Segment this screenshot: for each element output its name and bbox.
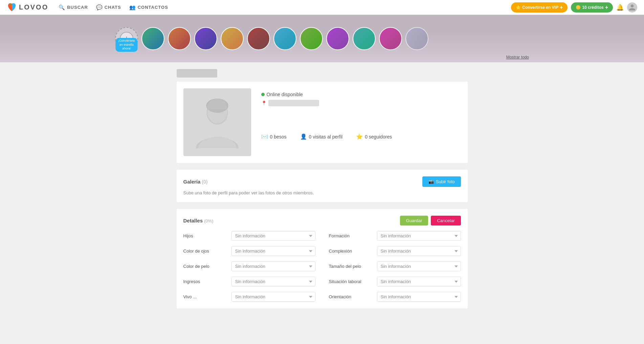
online-status: Online disponible: [261, 92, 461, 97]
orientacion-label: Orientación: [329, 294, 373, 299]
lovoo-logo: [7, 2, 17, 13]
nav-buscar[interactable]: 🔍 BUSCAR: [59, 4, 88, 10]
profile-info: Online disponible 📍 ██████ ██████ ✉️ 0 b…: [261, 88, 461, 140]
profile-username: Usuari...: [177, 69, 217, 78]
credits-plus: +: [605, 4, 608, 10]
vip-star-icon: ⭐: [516, 5, 521, 10]
gallery-header: Galería (0) 📷 Subir foto: [183, 176, 461, 187]
complexion-select[interactable]: Sin información: [377, 246, 461, 256]
hijos-label: Hijos: [183, 233, 227, 238]
avatar-silhouette-icon: [628, 4, 636, 11]
gallery-title: Galería: [183, 179, 201, 185]
story-item[interactable]: [326, 27, 349, 50]
navbar: LOVOO 🔍 BUSCAR 💬 CHATS 👥 CONTACTOS ⭐ Con…: [0, 0, 644, 15]
visit-icon: 👤: [300, 133, 307, 140]
vivo-label: Vivo ...: [183, 294, 227, 299]
user-avatar[interactable]: [627, 2, 637, 13]
stat-seguidores-value: 0 seguidores: [365, 134, 392, 139]
gallery-section: Galería (0) 📷 Subir foto Sube una foto d…: [177, 170, 468, 202]
guardar-button[interactable]: Guardar: [400, 216, 428, 225]
orientacion-select[interactable]: Sin información: [377, 292, 461, 302]
brand[interactable]: LOVOO: [7, 2, 48, 13]
color-pelo-label: Color de pelo: [183, 264, 227, 269]
vip-button[interactable]: ⭐ Convertirse en VIP +: [511, 2, 568, 13]
nav-chats[interactable]: 💬 CHATS: [96, 4, 121, 10]
detail-ingresos: Ingresos Sin información: [183, 277, 315, 286]
details-actions: Guardar Cancelar: [400, 216, 461, 225]
formacion-label: Formación: [329, 233, 373, 238]
hijos-select[interactable]: Sin información: [231, 231, 315, 241]
detail-color-pelo: Color de pelo Sin información: [183, 261, 315, 271]
tamano-pelo-label: Tamaño del pelo: [329, 264, 373, 269]
situacion-laboral-select[interactable]: Sin información: [377, 277, 461, 286]
ingresos-label: Ingresos: [183, 279, 227, 284]
chat-icon: 💬: [96, 4, 103, 10]
detail-tamano-pelo: Tamaño del pelo Sin información: [329, 261, 461, 271]
stat-visitas: 👤 0 visitas al perfil: [300, 133, 343, 140]
svg-point-0: [9, 3, 12, 5]
cancelar-button[interactable]: Cancelar: [431, 216, 461, 225]
story-item[interactable]: [221, 27, 244, 50]
story-item[interactable]: [379, 27, 402, 50]
tamano-pelo-select[interactable]: Sin información: [377, 261, 461, 271]
credits-button[interactable]: 🪙 10 créditos +: [571, 2, 613, 13]
story-item[interactable]: [141, 27, 164, 50]
color-ojos-select[interactable]: Sin información: [231, 246, 315, 256]
story-item[interactable]: [353, 27, 376, 50]
details-section: Detalles (0%) Guardar Cancelar Hijos Sin…: [177, 209, 468, 308]
story-item[interactable]: [405, 27, 428, 50]
details-header: Detalles (0%) Guardar Cancelar: [183, 216, 461, 225]
location-pin-icon: 📍: [261, 101, 267, 106]
profile-avatar-silhouette: [194, 95, 241, 149]
nav-contactos-label: CONTACTOS: [138, 5, 168, 10]
details-grid: Hijos Sin información Formación Sin info…: [183, 231, 461, 302]
complexion-label: Complexión: [329, 249, 373, 254]
online-dot: [261, 93, 265, 96]
story-item[interactable]: [247, 27, 270, 50]
story-item[interactable]: [273, 27, 296, 50]
vip-plus: +: [560, 4, 563, 10]
online-status-text: Online disponible: [267, 92, 303, 97]
profile-card: Online disponible 📍 ██████ ██████ ✉️ 0 b…: [177, 82, 468, 163]
situacion-laboral-label: Situación laboral: [329, 279, 373, 284]
formacion-select[interactable]: Sin información: [377, 231, 461, 241]
nav-buscar-label: BUSCAR: [67, 5, 88, 10]
vivo-select[interactable]: Sin información: [231, 292, 315, 302]
detail-formacion: Formación Sin información: [329, 231, 461, 241]
nav-links: 🔍 BUSCAR 💬 CHATS 👥 CONTACTOS: [59, 4, 511, 10]
ingresos-select[interactable]: Sin información: [231, 277, 315, 286]
story-item[interactable]: [168, 27, 191, 50]
stat-visitas-value: 0 visitas al perfil: [309, 134, 343, 139]
detail-vivo: Vivo ... Sin información: [183, 292, 315, 302]
color-ojos-label: Color de ojos: [183, 249, 227, 254]
show-all-link[interactable]: Mostrar todo: [506, 55, 529, 60]
details-percent: (0%): [204, 218, 213, 223]
credits-coin-icon: 🪙: [576, 5, 581, 10]
star-icon: ⭐: [356, 133, 363, 140]
stat-besos-value: 0 besos: [270, 134, 287, 139]
stat-seguidores: ⭐ 0 seguidores: [356, 133, 392, 140]
add-story-button[interactable]: + ¡Conviértete en estrella ahora!: [115, 27, 138, 50]
upload-photo-label: Subir foto: [436, 179, 455, 184]
nav-chats-label: CHATS: [105, 5, 121, 10]
location-text: ██████ ██████: [268, 100, 319, 106]
stat-besos: ✉️ 0 besos: [261, 133, 287, 140]
gallery-description: Sube una foto de perfil para poder ver l…: [183, 190, 461, 195]
stats-row: ✉️ 0 besos 👤 0 visitas al perfil ⭐ 0 seg…: [261, 133, 461, 140]
gallery-title-group: Galería (0): [183, 179, 208, 185]
color-pelo-select[interactable]: Sin información: [231, 261, 315, 271]
story-item[interactable]: [194, 27, 217, 50]
notifications-bell-icon[interactable]: 🔔: [616, 4, 624, 11]
nav-contactos[interactable]: 👥 CONTACTOS: [129, 4, 168, 10]
details-title: Detalles: [183, 218, 203, 223]
story-item[interactable]: [300, 27, 323, 50]
credits-label: 10 créditos: [582, 5, 603, 10]
detail-hijos: Hijos Sin información: [183, 231, 315, 241]
add-story-label: ¡Conviértete en estrella ahora!: [115, 38, 137, 52]
search-icon: 🔍: [59, 4, 65, 10]
stories-bar: + ¡Conviértete en estrella ahora! Mostra…: [0, 15, 644, 62]
username-bar: Usuari...: [177, 69, 468, 78]
upload-photo-button[interactable]: 📷 Subir foto: [422, 176, 461, 187]
profile-photo: [183, 88, 251, 156]
navbar-right: ⭐ Convertirse en VIP + 🪙 10 créditos + 🔔: [511, 2, 637, 13]
